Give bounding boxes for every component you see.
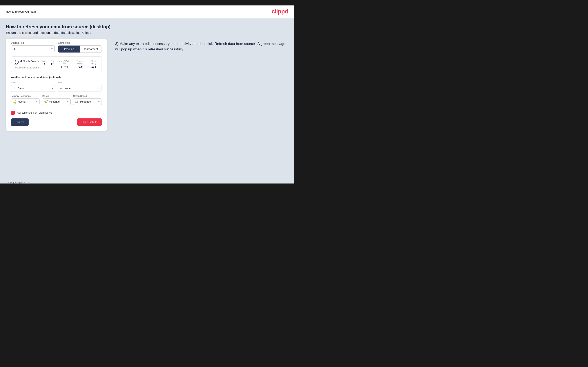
side-instruction-area: 3) Make any extra edits necessary to the… — [115, 39, 288, 52]
form-actions: Cancel Save Details — [11, 118, 102, 126]
fairway-group: Fairway Conditions ⛳ Normal — [11, 95, 40, 105]
slope-rating: Slope rating 134 — [89, 60, 98, 68]
rain-group: Rain ✦ None — [58, 81, 102, 92]
starting-hole-select-wrapper: 1 — [11, 45, 55, 52]
form-card: Starting Hole 1 Game Type Practice Tourn… — [6, 39, 107, 131]
course-location: Westward Ho!, England — [15, 66, 41, 69]
green-speed-label: Green Speed — [73, 95, 102, 97]
yards-label: Yards/White (M)) — [58, 60, 71, 65]
game-type-label: Game Type — [58, 42, 102, 44]
header-title: How to refresh your data — [6, 10, 36, 13]
course-par: Par 72 — [51, 60, 54, 68]
rough-group: Rough 🌿 Moderate — [42, 95, 71, 105]
clippd-logo: clippd — [272, 8, 288, 15]
course-stats: Holes 18 Par 72 Yards/White (M)) 6,744 C… — [41, 60, 98, 68]
page-heading: How to refresh your data from source (de… — [6, 24, 288, 30]
course-rating-value: 72.5 — [77, 65, 83, 68]
par-label: Par — [51, 60, 54, 62]
main-content: How to refresh your data from source (de… — [0, 18, 294, 178]
course-info-box: Royal North Devon GC, Westward Ho!, Engl… — [11, 57, 102, 72]
rough-select[interactable]: Moderate — [42, 99, 71, 105]
wind-select-wrapper: 〰 Strong — [11, 85, 55, 92]
green-speed-group: Green Speed ◎ Moderate — [73, 95, 102, 105]
rain-select-wrapper: ✦ None — [58, 85, 102, 92]
course-holes: Holes 18 — [41, 60, 46, 68]
rain-label: Rain — [58, 81, 102, 84]
green-speed-select[interactable]: Moderate — [73, 99, 102, 105]
yards-value: 6,744 — [61, 65, 68, 68]
fairway-select[interactable]: Normal — [11, 99, 40, 105]
game-type-toggle: Practice Tournament — [58, 45, 102, 53]
starting-hole-group: Starting Hole 1 — [11, 42, 55, 53]
conditions-row: Fairway Conditions ⛳ Normal Rough 🌿 Mode… — [11, 95, 102, 105]
starting-hole-label: Starting Hole — [11, 42, 55, 44]
check-icon: ✓ — [12, 111, 14, 114]
cancel-button[interactable]: Cancel — [11, 118, 29, 126]
holes-label: Holes — [41, 60, 46, 62]
starting-hole-game-type-row: Starting Hole 1 Game Type Practice Tourn… — [11, 42, 102, 53]
content-area: Starting Hole 1 Game Type Practice Tourn… — [6, 39, 288, 131]
starting-hole-select[interactable]: 1 — [11, 45, 55, 52]
par-value: 72 — [51, 63, 54, 66]
weather-section-title: Weather and course conditions (optional) — [11, 76, 102, 79]
slope-rating-label: Slope rating — [89, 60, 98, 65]
game-type-group: Game Type Practice Tournament — [58, 42, 102, 53]
slope-rating-value: 134 — [91, 65, 96, 68]
practice-button[interactable]: Practice — [58, 46, 80, 52]
fairway-select-wrapper: ⛳ Normal — [11, 99, 40, 105]
green-speed-select-wrapper: ◎ Moderate — [73, 99, 102, 105]
refresh-checkbox[interactable]: ✓ — [11, 111, 15, 115]
footer: Copyright Clippd 2022 — [0, 178, 294, 184]
course-rating: Course rating 72.5 — [75, 60, 85, 68]
save-button[interactable]: Save Details — [77, 118, 102, 126]
course-name: Royal North Devon GC, — [15, 60, 41, 66]
course-rating-label: Course rating — [75, 60, 85, 65]
wind-group: Wind 〰 Strong — [11, 81, 55, 92]
wind-label: Wind — [11, 81, 55, 84]
wind-select[interactable]: Strong — [11, 85, 55, 92]
fairway-label: Fairway Conditions — [11, 95, 40, 97]
refresh-checkbox-row: ✓ Refresh shots from data source — [11, 111, 102, 115]
rough-label: Rough — [42, 95, 71, 97]
copyright-text: Copyright Clippd 2022 — [6, 181, 29, 184]
header: How to refresh your data clippd — [0, 5, 294, 18]
side-instruction-text: 3) Make any extra edits necessary to the… — [115, 41, 288, 52]
holes-value: 18 — [42, 63, 45, 66]
tournament-button[interactable]: Tournament — [80, 46, 102, 52]
course-yards: Yards/White (M)) 6,744 — [58, 60, 71, 68]
rain-select[interactable]: None — [58, 85, 102, 92]
rough-select-wrapper: 🌿 Moderate — [42, 99, 71, 105]
course-name-location: Royal North Devon GC, Westward Ho!, Engl… — [15, 60, 41, 69]
refresh-checkbox-label: Refresh shots from data source — [17, 111, 52, 114]
wind-rain-row: Wind 〰 Strong Rain ✦ None — [11, 81, 102, 92]
